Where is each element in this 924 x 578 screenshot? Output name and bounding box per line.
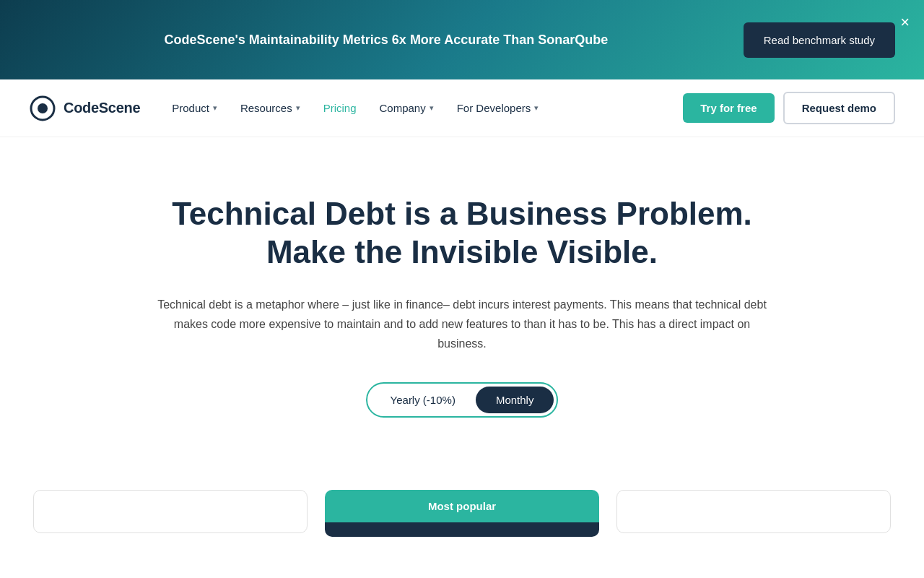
banner-close-button[interactable]: ×: [900, 14, 910, 30]
nav-actions: Try for free Request demo: [683, 92, 895, 124]
nav-items: Product ▾ Resources ▾ Pricing Company ▾ …: [162, 96, 683, 120]
nav-product[interactable]: Product ▾: [162, 96, 227, 120]
hero-title: Technical Debt is a Business Problem. Ma…: [137, 195, 787, 272]
chevron-down-icon: ▾: [296, 103, 300, 113]
banner-text: CodeScene's Maintainability Metrics 6x M…: [29, 33, 744, 48]
navbar: CodeScene Product ▾ Resources ▾ Pricing …: [0, 79, 924, 137]
pricing-card-popular: Most popular: [325, 490, 599, 537]
try-free-button[interactable]: Try for free: [683, 93, 774, 123]
nav-for-developers[interactable]: For Developers ▾: [447, 96, 549, 120]
read-benchmark-button[interactable]: Read benchmark study: [744, 22, 895, 58]
yearly-toggle-option[interactable]: Yearly (-10%): [370, 387, 476, 413]
pricing-card-right: [616, 490, 891, 533]
pricing-section: Most popular: [0, 490, 924, 537]
request-demo-button[interactable]: Request demo: [783, 92, 895, 124]
monthly-toggle-option[interactable]: Monthly: [476, 387, 554, 413]
chevron-down-icon: ▾: [213, 103, 217, 113]
hero-description: Technical debt is a metaphor where – jus…: [152, 295, 772, 354]
billing-toggle: Yearly (-10%) Monthly: [366, 382, 559, 418]
nav-pricing[interactable]: Pricing: [313, 96, 367, 120]
logo-text: CodeScene: [64, 100, 140, 116]
popular-card-inner: [325, 522, 599, 537]
logo-icon: [29, 95, 56, 122]
nav-resources[interactable]: Resources ▾: [230, 96, 310, 120]
pricing-card-left: [33, 490, 308, 533]
main-content: Technical Debt is a Business Problem. Ma…: [0, 137, 924, 490]
svg-point-1: [38, 103, 48, 113]
chevron-down-icon: ▾: [534, 103, 539, 113]
nav-company[interactable]: Company ▾: [370, 96, 444, 120]
popular-badge: Most popular: [325, 490, 599, 522]
chevron-down-icon: ▾: [430, 103, 434, 113]
announcement-banner: CodeScene's Maintainability Metrics 6x M…: [0, 0, 924, 79]
logo-link[interactable]: CodeScene: [29, 95, 140, 122]
